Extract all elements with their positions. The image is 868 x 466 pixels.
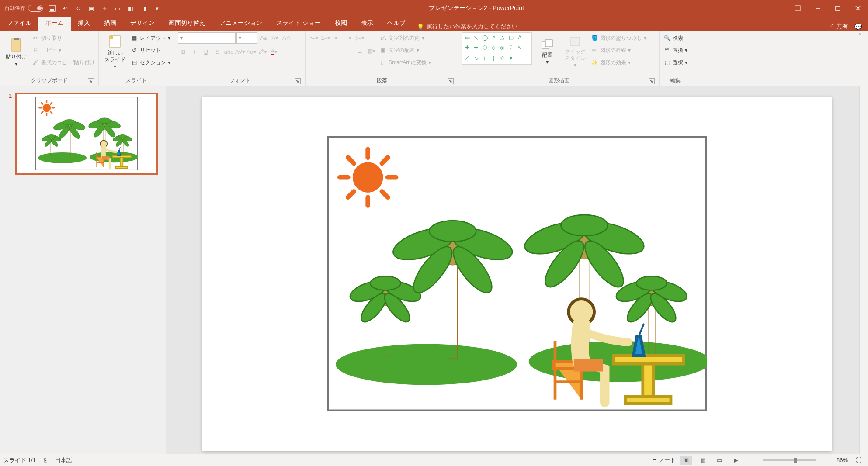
shape-arrow-icon[interactable]: ⬀ <box>490 34 497 41</box>
slide-canvas-pane[interactable] <box>166 86 868 454</box>
increase-font-button[interactable]: A▴ <box>258 32 269 43</box>
clipboard-dialog-launcher[interactable]: ⬊ <box>88 78 94 84</box>
save-icon[interactable] <box>48 4 56 12</box>
shape-fill-button[interactable]: 🪣図形の塗りつぶし ▾ <box>590 32 646 44</box>
spellcheck-icon[interactable]: ⎘ <box>44 457 47 463</box>
find-button[interactable]: 🔍検索 <box>663 32 687 44</box>
align-text-button[interactable]: ▣文字の配置 ▾ <box>379 45 431 56</box>
arrange-button[interactable]: 配置▾ <box>535 32 560 72</box>
columns-button[interactable]: ▥▾ <box>366 45 376 56</box>
new-slide-button[interactable]: 新しい スライド▾ <box>102 32 128 72</box>
indent-dec-button[interactable]: ⇤ <box>332 32 342 43</box>
shape-arrowr-icon[interactable]: ➡ <box>472 44 480 52</box>
format-painter-button[interactable]: 🖌書式のコピー/貼り付け <box>31 57 95 68</box>
shape-rect-icon[interactable]: ▭ <box>463 34 471 41</box>
sorter-view-icon[interactable]: ▦ <box>697 456 709 465</box>
italic-button[interactable]: I <box>189 46 200 57</box>
shape-outline-button[interactable]: ✏図形の枠線 ▾ <box>590 45 646 56</box>
tab-draw[interactable]: 描画 <box>97 17 123 31</box>
zoom-percent[interactable]: 86% <box>837 457 848 463</box>
share-button[interactable]: ↗ 共有 <box>828 23 848 31</box>
font-family-combo[interactable]: ▾ <box>178 32 236 44</box>
reset-button[interactable]: ↺リセット <box>130 45 170 56</box>
slide-thumbnail-1[interactable] <box>15 93 158 175</box>
section-button[interactable]: ▤セクション ▾ <box>130 57 170 68</box>
quick-styles-button[interactable]: クイック スタイル▾ <box>562 32 588 72</box>
highlight-button[interactable]: 🖍▾ <box>257 46 268 57</box>
font-color-button[interactable]: A▾ <box>269 46 279 57</box>
reading-view-icon[interactable]: ▭ <box>713 456 726 465</box>
numbering-button[interactable]: 1≡▾ <box>320 32 331 43</box>
shape-brace-icon[interactable]: { <box>481 54 489 62</box>
paragraph-dialog-launcher[interactable]: ⬊ <box>448 78 454 84</box>
shape-conn-icon[interactable]: ⤴ <box>507 44 515 52</box>
shape-dia-icon[interactable]: ◇ <box>490 44 497 52</box>
drawing-dialog-launcher[interactable]: ⬊ <box>649 78 655 84</box>
clear-format-button[interactable]: A◇ <box>281 32 292 43</box>
tab-review[interactable]: 校閲 <box>328 17 354 31</box>
bullets-button[interactable]: •≡▾ <box>309 32 319 43</box>
font-size-combo[interactable]: ▾ <box>236 32 257 44</box>
shape-effects-button[interactable]: ✨図形の効果 ▾ <box>590 57 646 68</box>
ribbon-display-icon[interactable] <box>788 0 808 17</box>
shape-callout-icon[interactable]: ◎ <box>498 44 506 52</box>
language-indicator[interactable]: 日本語 <box>55 456 72 464</box>
decrease-font-button[interactable]: A▾ <box>270 32 280 43</box>
autosave-toggle[interactable]: 自動保存 <box>4 5 43 12</box>
line-spacing-button[interactable]: ‡≡▾ <box>354 32 365 43</box>
shapes-gallery[interactable]: ▭ ＼ ◯ ⬀ △ ▢ A ✚ ➡ ⬡ ◇ ◎ ⤴ ∿ ／ ↘ { } ☆ ▾ <box>462 32 532 65</box>
comments-icon[interactable]: 💬 <box>854 23 862 30</box>
case-button[interactable]: Aa▾ <box>246 46 257 57</box>
justify-button[interactable]: ≡ <box>343 45 354 56</box>
paste-button[interactable]: 貼り付け ▾ <box>3 32 29 72</box>
vertical-scrollbar[interactable] <box>859 86 868 454</box>
tab-transitions[interactable]: 画面切り替え <box>162 17 212 31</box>
shape-line-icon[interactable]: ＼ <box>472 34 480 41</box>
redo-icon[interactable]: ↻ <box>74 4 82 12</box>
thumbnail-pane[interactable]: 1 <box>0 86 166 454</box>
tab-home[interactable]: ホーム <box>38 17 71 31</box>
distribute-button[interactable]: ≣ <box>354 45 365 56</box>
strike-button[interactable]: abc <box>223 46 234 57</box>
zoom-in-button[interactable]: + <box>820 456 832 465</box>
touch-mode-icon[interactable]: ▭ <box>114 4 122 12</box>
qat-icon-1[interactable]: ✦ <box>101 4 108 12</box>
qat-icon-2[interactable]: ◧ <box>127 4 135 12</box>
replace-button[interactable]: ᵃᵇ置換 ▾ <box>663 45 687 56</box>
tab-help[interactable]: ヘルプ <box>380 17 413 31</box>
notes-button[interactable]: ≐ ノート <box>652 456 676 464</box>
shape-plus-icon[interactable]: ✚ <box>463 44 471 52</box>
bold-button[interactable]: B <box>178 46 188 57</box>
spacing-button[interactable]: AV▾ <box>235 46 245 57</box>
shape-curve-icon[interactable]: ∿ <box>516 44 524 52</box>
undo-icon[interactable]: ↶ <box>61 4 69 12</box>
shape-arrowl-icon[interactable]: ↘ <box>472 54 480 62</box>
collapse-ribbon-icon[interactable]: ^ <box>858 32 866 40</box>
smartart-button[interactable]: ⬚SmartArt に変換 ▾ <box>379 57 431 68</box>
text-direction-button[interactable]: ↕A文字列の方向 ▾ <box>379 32 431 44</box>
indent-inc-button[interactable]: ⇥ <box>343 32 354 43</box>
tab-insert[interactable]: 挿入 <box>71 17 97 31</box>
align-right-button[interactable]: ≡ <box>332 45 342 56</box>
shape-tri-icon[interactable]: △ <box>498 34 506 41</box>
tab-animations[interactable]: アニメーション <box>212 17 269 31</box>
qat-icon-3[interactable]: ◨ <box>140 4 148 12</box>
qat-more-icon[interactable]: ▾ <box>153 4 161 12</box>
shadow-button[interactable]: S <box>212 46 222 57</box>
slideshow-view-icon[interactable]: ▶ <box>730 456 742 465</box>
shape-line2-icon[interactable]: ／ <box>463 54 471 62</box>
shape-text-icon[interactable]: A <box>516 34 524 41</box>
zoom-slider[interactable] <box>763 459 816 461</box>
minimize-icon[interactable] <box>808 0 828 17</box>
slide-indicator[interactable]: スライド 1/1 <box>3 456 36 464</box>
underline-button[interactable]: U <box>201 46 211 57</box>
cut-button[interactable]: ✂切り取り <box>31 32 95 44</box>
close-icon[interactable] <box>848 0 868 17</box>
tab-design[interactable]: デザイン <box>123 17 162 31</box>
shape-more-icon[interactable]: ▾ <box>507 54 515 62</box>
tab-file[interactable]: ファイル <box>0 17 38 31</box>
shape-hex-icon[interactable]: ⬡ <box>481 44 489 52</box>
present-icon[interactable]: ▣ <box>87 4 95 12</box>
select-button[interactable]: ⬚選択 ▾ <box>663 57 687 68</box>
fit-window-icon[interactable]: ⛶ <box>852 456 865 465</box>
